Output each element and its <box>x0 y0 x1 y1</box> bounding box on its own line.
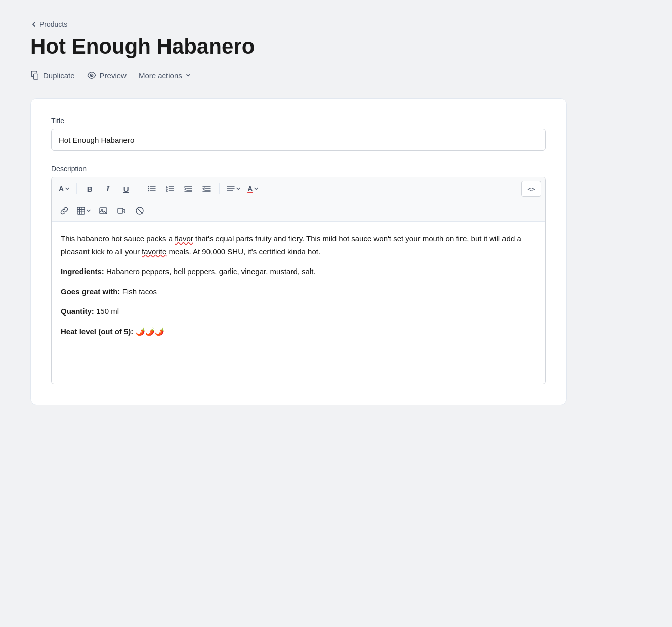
title-input[interactable] <box>51 129 546 151</box>
description-paragraph: This habanero hot sauce packs a flavor t… <box>61 232 536 258</box>
link-button[interactable] <box>56 203 73 219</box>
svg-point-32 <box>101 209 103 211</box>
quantity-line: Quantity: 150 ml <box>61 305 536 318</box>
font-size-group: A <box>56 181 72 197</box>
code-button[interactable]: <> <box>521 181 541 197</box>
breadcrumb-label: Products <box>39 20 67 28</box>
align-button[interactable] <box>224 181 243 197</box>
svg-point-2 <box>91 75 92 76</box>
preview-button[interactable]: Preview <box>87 69 127 82</box>
editor-toolbar-row2 <box>52 200 545 222</box>
chevron-left-icon <box>30 21 37 28</box>
chevron-down-icon <box>186 73 191 78</box>
description-field-group: Description A B I <box>51 165 546 384</box>
goes-great-with-line: Goes great with: Fish tacos <box>61 285 536 298</box>
preview-icon <box>87 71 96 80</box>
outdent-button[interactable] <box>198 181 215 197</box>
bullet-list-icon <box>148 185 156 193</box>
bold-icon: B <box>87 185 93 193</box>
font-size-label: A <box>59 185 64 193</box>
spellcheck-favorite: favorite <box>142 247 166 256</box>
editor-content[interactable]: This habanero hot sauce packs a flavor t… <box>52 222 545 384</box>
editor-toolbar-row1: A B I U <box>52 177 545 200</box>
svg-rect-33 <box>118 208 123 213</box>
clear-format-button[interactable] <box>131 203 148 219</box>
table-icon <box>77 207 85 215</box>
ordered-list-icon: 1. 2. 3. <box>166 185 174 193</box>
duplicate-label: Duplicate <box>43 71 75 80</box>
breadcrumb-link[interactable]: Products <box>30 20 642 28</box>
font-size-chevron-icon <box>65 187 69 191</box>
ordered-list-button[interactable]: 1. 2. 3. <box>161 181 179 197</box>
text-color-icon: A <box>247 185 253 193</box>
ingredients-line: Ingredients: Habanero peppers, bell pepp… <box>61 265 536 278</box>
svg-rect-26 <box>77 207 85 214</box>
indent-button[interactable] <box>180 181 197 197</box>
page-title: Hot Enough Habanero <box>30 34 642 59</box>
outdent-icon <box>202 185 211 193</box>
title-field-group: Title <box>51 117 546 165</box>
more-actions-button[interactable]: More actions <box>139 69 191 82</box>
no-format-icon <box>136 207 144 215</box>
more-actions-label: More actions <box>139 71 182 80</box>
align-chevron-icon <box>236 187 240 191</box>
svg-text:3.: 3. <box>166 189 169 192</box>
italic-button[interactable]: I <box>99 181 116 197</box>
image-button[interactable] <box>95 203 112 219</box>
font-size-button[interactable]: A <box>56 181 72 197</box>
editor-wrapper: A B I U <box>51 177 546 384</box>
align-icon <box>227 185 235 193</box>
text-color-button[interactable]: A <box>244 181 261 197</box>
duplicate-icon <box>30 71 39 80</box>
heat-level-line: Heat level (out of 5): 🌶️🌶️🌶️ <box>61 325 536 338</box>
text-color-chevron-icon <box>254 187 258 191</box>
video-icon <box>117 207 125 215</box>
video-button[interactable] <box>113 203 130 219</box>
link-icon <box>60 207 68 215</box>
image-icon <box>99 207 107 215</box>
svg-point-5 <box>148 190 149 191</box>
duplicate-button[interactable]: Duplicate <box>30 69 75 82</box>
table-chevron-icon <box>87 209 91 213</box>
title-label: Title <box>51 117 546 125</box>
table-button[interactable] <box>74 203 94 219</box>
action-bar: Duplicate Preview More actions <box>30 69 642 82</box>
underline-icon: U <box>123 185 129 193</box>
bold-button[interactable]: B <box>81 181 98 197</box>
svg-point-4 <box>148 188 149 189</box>
underline-button[interactable]: U <box>117 181 135 197</box>
preview-label: Preview <box>100 71 127 80</box>
spellcheck-flavor: flavor <box>175 234 193 243</box>
italic-icon: I <box>106 185 109 193</box>
bullet-list-button[interactable] <box>143 181 160 197</box>
indent-icon <box>184 185 192 193</box>
description-label: Description <box>51 165 546 173</box>
svg-line-35 <box>137 208 142 213</box>
product-form-card: Title Description A B <box>30 98 567 405</box>
svg-rect-0 <box>33 74 38 80</box>
code-icon: <> <box>527 185 535 193</box>
svg-point-3 <box>148 186 149 187</box>
